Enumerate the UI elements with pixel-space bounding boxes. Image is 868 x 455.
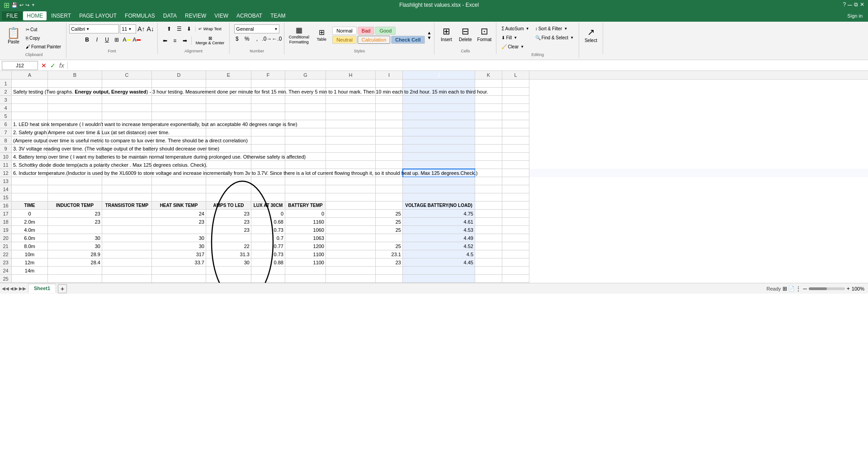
- cell-f7[interactable]: [251, 128, 285, 136]
- cell-i5[interactable]: [376, 112, 403, 120]
- col-header-i[interactable]: I: [376, 71, 403, 79]
- cell-j6[interactable]: [403, 120, 475, 128]
- style-neutral[interactable]: Neutral: [332, 36, 356, 44]
- cell-l25[interactable]: [502, 275, 529, 283]
- cell-l16[interactable]: [502, 202, 529, 210]
- cell-h25[interactable]: [326, 275, 376, 283]
- align-left-btn[interactable]: ⬅: [160, 36, 170, 45]
- restore-btn[interactable]: ⧉: [854, 1, 858, 9]
- cell-j13[interactable]: [403, 177, 475, 185]
- row-num-11[interactable]: 11: [0, 161, 11, 169]
- cell-a15[interactable]: [12, 193, 48, 202]
- find-select-btn[interactable]: 🔍 Find & Select ▼: [533, 33, 576, 42]
- cell-f1[interactable]: [251, 80, 285, 88]
- row-num-10[interactable]: 10: [0, 153, 11, 161]
- cell-i1[interactable]: [376, 80, 403, 88]
- cell-i3[interactable]: [376, 96, 403, 104]
- cell-a1[interactable]: [12, 80, 48, 88]
- close-btn[interactable]: ✕: [860, 1, 864, 9]
- style-check-cell[interactable]: Check Cell: [391, 36, 425, 44]
- cell-j20[interactable]: 4.49: [403, 234, 475, 242]
- zoom-slider[interactable]: [809, 287, 845, 290]
- cell-b23[interactable]: 28.4: [48, 258, 102, 267]
- align-top-btn[interactable]: ⬆: [165, 24, 174, 33]
- cell-g16[interactable]: BATTERY TEMP: [285, 202, 326, 210]
- italic-btn[interactable]: I: [92, 35, 101, 44]
- cell-j7[interactable]: [403, 128, 475, 136]
- cell-g15[interactable]: [285, 193, 326, 202]
- styles-expand-btn[interactable]: ▲: [427, 30, 432, 35]
- cell-c13[interactable]: [102, 177, 152, 185]
- cell-e20[interactable]: [206, 234, 251, 242]
- cell-i18[interactable]: 25: [376, 218, 403, 226]
- cell-l1[interactable]: [502, 80, 529, 88]
- cell-i6[interactable]: [376, 120, 403, 128]
- cell-i19[interactable]: 25: [376, 226, 403, 234]
- cell-a6[interactable]: 1. LED heat sink temperature ( I wouldn'…: [12, 120, 48, 128]
- cell-k13[interactable]: [475, 177, 502, 185]
- cell-j23[interactable]: 4.45: [403, 258, 475, 267]
- paste-button[interactable]: 📋 Paste: [5, 25, 23, 51]
- increase-decimal-btn[interactable]: .0→: [262, 34, 271, 43]
- cell-l19[interactable]: [502, 226, 529, 234]
- cell-b18[interactable]: 23: [48, 218, 102, 226]
- cell-l5[interactable]: [502, 112, 529, 120]
- cell-j8[interactable]: [403, 136, 475, 145]
- sign-in-btn[interactable]: Sign in: [844, 12, 866, 20]
- cell-d24[interactable]: [152, 267, 206, 275]
- cell-d3[interactable]: [152, 96, 206, 104]
- cell-j24[interactable]: [403, 267, 475, 275]
- cell-l11[interactable]: [502, 161, 529, 169]
- cell-j9[interactable]: [403, 145, 475, 153]
- cell-k21[interactable]: [475, 242, 502, 250]
- cell-c5[interactable]: [102, 112, 152, 120]
- col-header-j[interactable]: J: [403, 71, 475, 79]
- cell-i9[interactable]: [376, 145, 403, 153]
- cell-e23[interactable]: 30: [206, 258, 251, 267]
- font-color-btn[interactable]: A: [132, 35, 141, 44]
- cell-l7[interactable]: [502, 128, 529, 136]
- row-num-3[interactable]: 3: [0, 96, 11, 104]
- cell-f24[interactable]: [251, 267, 285, 275]
- cell-k23[interactable]: [475, 258, 502, 267]
- comma-btn[interactable]: ,: [252, 34, 261, 43]
- cell-c21[interactable]: [102, 242, 152, 250]
- cell-c23[interactable]: [102, 258, 152, 267]
- cut-button[interactable]: ✂ Cut: [24, 25, 63, 33]
- cell-k5[interactable]: [475, 112, 502, 120]
- cell-h18[interactable]: [326, 218, 376, 226]
- cell-d15[interactable]: [152, 193, 206, 202]
- menu-page-layout[interactable]: PAGE LAYOUT: [75, 11, 120, 20]
- cell-l2[interactable]: [502, 88, 529, 96]
- cell-f20[interactable]: 0.7: [251, 234, 285, 242]
- cell-l8[interactable]: [502, 136, 529, 145]
- autosum-btn[interactable]: Σ AutoSum ▼: [499, 24, 531, 33]
- row-num-17[interactable]: 17: [0, 210, 11, 218]
- row-num-4[interactable]: 4: [0, 104, 11, 112]
- bold-btn[interactable]: B: [82, 35, 91, 44]
- cell-h7[interactable]: [326, 128, 376, 136]
- underline-btn[interactable]: U: [102, 35, 111, 44]
- help-btn[interactable]: ?: [843, 1, 846, 9]
- copy-button[interactable]: ⎘ Copy: [24, 34, 63, 42]
- cell-l24[interactable]: [502, 267, 529, 275]
- cell-l3[interactable]: [502, 96, 529, 104]
- row-num-23[interactable]: 23: [0, 258, 11, 267]
- cell-a9[interactable]: 3. 3V voltage reading over time. (The vo…: [12, 145, 48, 153]
- insert-btn[interactable]: ⊞ Insert: [437, 24, 455, 43]
- cell-f17[interactable]: 0: [251, 210, 285, 218]
- cell-e18[interactable]: 23: [206, 218, 251, 226]
- cell-j16[interactable]: VOLTAGE BATTERY(NO LOAD): [403, 202, 475, 210]
- cell-k8[interactable]: [475, 136, 502, 145]
- cell-f8[interactable]: [251, 136, 285, 145]
- cell-d18[interactable]: 23: [152, 218, 206, 226]
- cell-c18[interactable]: [102, 218, 152, 226]
- cell-b15[interactable]: [48, 193, 102, 202]
- cell-k24[interactable]: [475, 267, 502, 275]
- cell-f22[interactable]: 0.73: [251, 250, 285, 258]
- cell-d13[interactable]: [152, 177, 206, 185]
- cell-h5[interactable]: [326, 112, 376, 120]
- col-header-f[interactable]: F: [251, 71, 285, 79]
- row-num-18[interactable]: 18: [0, 218, 11, 226]
- col-header-k[interactable]: K: [475, 71, 502, 79]
